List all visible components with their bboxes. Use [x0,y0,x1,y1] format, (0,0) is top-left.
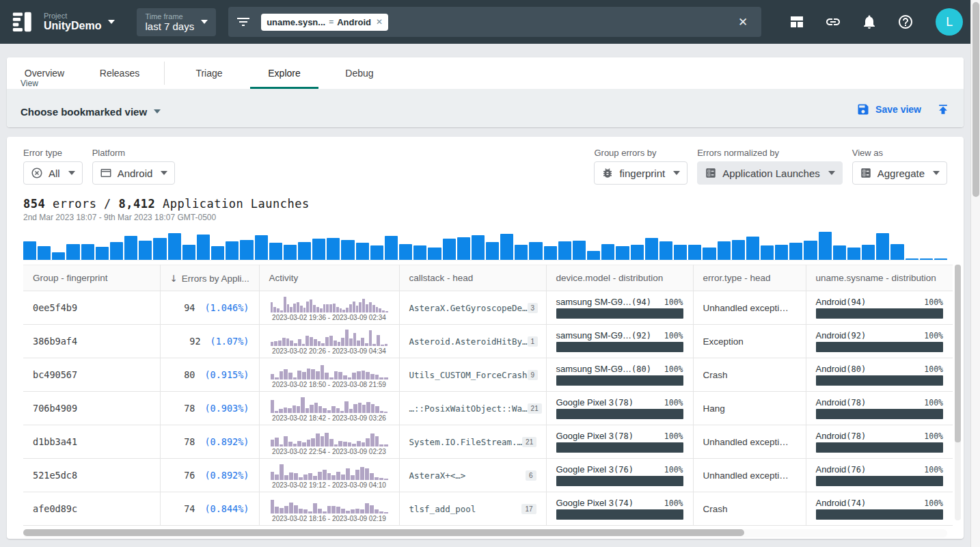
histogram-bar[interactable] [356,243,369,260]
callstack-cell[interactable]: AsteraX.GetGyroscopeDe… 3 [399,291,546,325]
histogram-bar[interactable] [168,233,181,260]
histogram-bar[interactable] [544,246,557,260]
uname-sysname-cell[interactable]: Android(76)100% [806,459,953,492]
timeframe-selector[interactable]: Time frame last 7 days [137,8,216,36]
project-selector[interactable]: Project UnityDemo [44,12,115,32]
histogram-bar[interactable] [312,239,325,260]
histogram-bar[interactable] [934,258,947,260]
histogram-bar[interactable] [23,241,36,260]
view-as-select[interactable]: Aggregate [852,161,947,185]
histogram-bar[interactable] [515,245,528,260]
histogram-bar[interactable] [182,245,195,260]
fingerprint-cell[interactable]: d1bb3a41 [23,425,160,459]
table-vertical-scrollbar[interactable] [955,265,961,520]
histogram-bar[interactable] [601,244,614,260]
histogram-bar[interactable] [500,234,513,260]
clear-filters-button[interactable]: ✕ [731,12,754,32]
activity-cell[interactable]: 2023-03-02 18:50 - 2023-03-08 21:59 [259,358,399,392]
histogram-bar[interactable] [226,241,239,260]
device-model-cell[interactable]: Google Pixel 3(74)100% [546,492,693,526]
filter-chip-remove-icon[interactable]: ✕ [376,17,383,27]
histogram-bar[interactable] [789,243,802,260]
col-header-errors[interactable]: ↓Errors by Appli... [160,265,259,291]
histogram-bar[interactable] [240,240,253,260]
activity-cell[interactable]: 2023-03-02 19:36 - 2023-03-09 02:34 [259,291,399,325]
histogram-bar[interactable] [616,246,629,260]
group-by-select[interactable]: fingerprint [594,161,688,185]
fingerprint-cell[interactable]: bc490567 [23,358,160,392]
activity-cell[interactable]: 2023-03-02 18:16 - 2023-03-09 02:19 [259,492,399,526]
histogram-bar[interactable] [847,248,860,260]
error-type-cell[interactable]: Exception [693,325,806,358]
histogram-bar[interactable] [746,237,759,260]
callstack-cell[interactable]: AsteraX+<…> 6 [399,459,546,492]
histogram-bar[interactable] [327,238,340,260]
activity-cell[interactable]: 2023-03-02 22:54 - 2023-03-09 02:23 [259,425,399,459]
table-row[interactable]: afe0d89c 74(0.844%) 2023-03-02 18:16 - 2… [23,492,953,526]
table-row[interactable]: 706b4909 78(0.903%) 2023-03-02 18:42 - 2… [23,392,953,425]
histogram-bar[interactable] [284,245,297,260]
uname-sysname-cell[interactable]: Android(80)100% [806,358,953,392]
histogram-bar[interactable] [413,245,426,260]
histogram-bar[interactable] [529,242,542,260]
uname-sysname-cell[interactable]: Android(94)100% [806,291,953,325]
histogram-bar[interactable] [674,245,687,260]
histogram-bar[interactable] [558,241,571,260]
tab-overview[interactable]: Overview [7,57,82,89]
activity-cell[interactable]: 2023-03-02 18:42 - 2023-03-09 03:26 [259,392,399,425]
col-header-activity[interactable]: Activity [259,265,399,291]
horizontal-scrollbar-thumb[interactable] [23,529,744,536]
fingerprint-cell[interactable]: afe0d89c [23,492,160,526]
histogram-bar[interactable] [269,243,282,260]
help-icon[interactable] [897,14,914,30]
histogram-bar[interactable] [211,246,224,260]
uname-sysname-cell[interactable]: Android(74)100% [806,492,953,526]
histogram-bar[interactable] [920,258,933,260]
device-model-cell[interactable]: samsung SM-G9…(94)100% [546,291,693,325]
error-type-select[interactable]: All [23,161,83,185]
histogram-bar[interactable] [66,244,79,260]
device-model-cell[interactable]: Google Pixel 3(76)100% [546,459,693,492]
page-scrollbar[interactable] [970,0,980,547]
error-type-cell[interactable]: Unhandled excepti… [693,459,806,492]
activity-cell[interactable]: 2023-03-02 19:12 - 2023-03-09 04:10 [259,459,399,492]
activity-sparkline[interactable] [271,496,388,513]
histogram-bar[interactable] [139,241,152,260]
collapse-up-icon[interactable] [936,103,950,116]
uname-sysname-cell[interactable]: Android(92)100% [806,325,953,358]
callstack-cell[interactable]: tlsf_add_pool 17 [399,492,546,526]
error-type-cell[interactable]: Crash [693,358,806,392]
save-view-button[interactable]: Save view [856,103,921,116]
normalized-by-select[interactable]: Application Launches [697,161,843,185]
uname-sysname-cell[interactable]: Android(78)100% [806,392,953,425]
histogram-bar[interactable] [370,245,383,260]
histogram-bar[interactable] [703,248,716,260]
fingerprint-cell[interactable]: 0ee5f4b9 [23,291,160,325]
histogram-bar[interactable] [385,236,398,260]
link-icon[interactable] [825,14,841,30]
histogram-bar[interactable] [906,258,918,260]
histogram[interactable] [23,229,947,261]
histogram-bar[interactable] [52,252,65,260]
activity-sparkline[interactable] [271,429,388,446]
histogram-bar[interactable] [804,241,817,260]
tab-explore[interactable]: Explore [247,57,322,89]
histogram-bar[interactable] [659,241,672,260]
notifications-bell-icon[interactable] [861,14,877,30]
fingerprint-cell[interactable]: 521e5dc8 [23,459,160,492]
histogram-bar[interactable] [688,245,701,260]
tab-releases[interactable]: Releases [82,57,157,89]
error-type-cell[interactable]: Hang [693,392,806,425]
histogram-bar[interactable] [443,239,456,260]
col-header-fingerprint[interactable]: Group - fingerprint [23,265,160,291]
col-header-uname-sysname[interactable]: uname.sysname - distribution [806,265,953,291]
callstack-cell[interactable]: Utils_CUSTOM_ForceCrash 9 [399,358,546,392]
histogram-bar[interactable] [761,245,774,260]
histogram-bar[interactable] [81,244,94,260]
histogram-bar[interactable] [587,251,600,261]
table-row[interactable]: d1bb3a41 78(0.892%) 2023-03-02 22:54 - 2… [23,425,953,459]
histogram-bar[interactable] [472,235,485,260]
activity-sparkline[interactable] [271,395,388,413]
error-type-cell[interactable]: Unhandled excepti… [693,425,806,459]
histogram-bar[interactable] [38,246,51,260]
